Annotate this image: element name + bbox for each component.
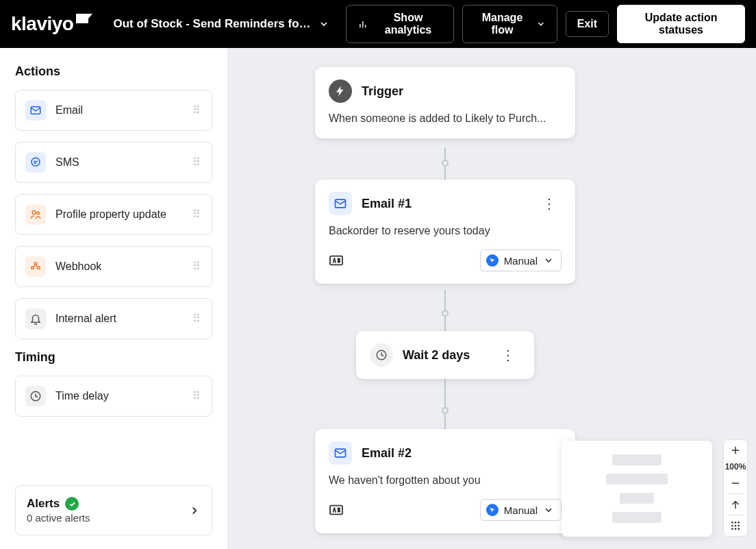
manage-flow-button[interactable]: Manage flow — [462, 5, 557, 43]
svg-point-23 — [735, 522, 737, 524]
mail-icon — [329, 441, 352, 465]
email1-card[interactable]: Email #1 ⋮ Backorder to reserve yours to… — [315, 180, 575, 284]
clock-icon — [370, 343, 393, 367]
action-email-label: Email — [55, 104, 183, 117]
wait-title: Wait 2 days — [403, 348, 486, 363]
action-profile-update[interactable]: Profile property update ⠿ — [15, 194, 212, 235]
status-select[interactable]: Manual — [480, 499, 562, 521]
skeleton-line — [612, 512, 662, 523]
status-select[interactable]: Manual — [480, 249, 562, 271]
svg-point-27 — [738, 525, 740, 527]
klaviyo-logo: klaviyo — [11, 13, 88, 35]
show-analytics-label: Show analytics — [374, 12, 442, 36]
chevron-right-icon — [188, 504, 201, 517]
action-internal-alert[interactable]: Internal alert ⠿ — [15, 298, 212, 339]
chevron-down-icon — [543, 504, 554, 515]
clock-icon — [25, 386, 46, 406]
alerts-subtitle: 0 active alerts — [27, 512, 188, 524]
skeleton-line — [606, 474, 668, 485]
svg-point-29 — [735, 528, 737, 530]
cursor-circle-icon — [486, 254, 499, 267]
wait-card[interactable]: Wait 2 days ⋮ — [356, 331, 534, 379]
drag-handle-icon: ⠿ — [192, 393, 202, 400]
exit-button[interactable]: Exit — [566, 11, 609, 37]
trigger-description: When someone is added to Likely to Purch… — [329, 111, 562, 126]
sms-icon — [25, 152, 46, 173]
flow-name-dropdown[interactable]: Out of Stock - Send Reminders for Out ..… — [113, 17, 329, 31]
sidebar-scroll[interactable]: Actions Email ⠿ SMS ⠿ Profile property u… — [0, 48, 227, 477]
email2-description: We haven't forgotten about you — [329, 473, 562, 488]
svg-point-8 — [37, 212, 40, 215]
svg-point-30 — [738, 528, 740, 530]
svg-point-28 — [731, 528, 733, 530]
bar-chart-icon — [357, 18, 368, 30]
flow-canvas[interactable]: Trigger When someone is added to Likely … — [227, 48, 756, 549]
exit-label: Exit — [577, 18, 597, 30]
ab-test-icon[interactable] — [329, 254, 344, 267]
kebab-menu-icon[interactable]: ⋮ — [496, 344, 520, 366]
flow-add-node[interactable] — [442, 160, 449, 167]
action-sms-label: SMS — [55, 156, 183, 169]
zoom-percent: 100% — [725, 461, 746, 473]
sidebar: Actions Email ⠿ SMS ⠿ Profile property u… — [0, 48, 227, 549]
svg-point-25 — [731, 525, 733, 527]
email2-title: Email #2 — [362, 446, 527, 461]
flow-add-node[interactable] — [442, 310, 449, 317]
drag-handle-icon: ⠿ — [192, 315, 202, 322]
skeleton-line — [612, 454, 662, 465]
email1-description: Backorder to reserve yours today — [329, 223, 562, 239]
zoom-out-button[interactable] — [723, 473, 748, 493]
scroll-to-top-button[interactable] — [723, 494, 748, 515]
chevron-down-icon — [543, 255, 554, 266]
email2-status-label: Manual — [504, 504, 538, 516]
svg-point-9 — [32, 267, 34, 269]
logo-flag-icon — [76, 14, 88, 23]
action-email[interactable]: Email ⠿ — [15, 90, 212, 131]
action-webhook-label: Webhook — [55, 260, 183, 273]
actions-section-title: Actions — [15, 64, 212, 79]
trigger-title: Trigger — [362, 84, 562, 99]
ab-test-icon[interactable] — [329, 504, 344, 516]
update-statuses-label: Update action statuses — [629, 12, 733, 36]
chevron-down-icon — [536, 19, 546, 29]
mail-icon — [25, 100, 46, 121]
email2-card[interactable]: Email #2 ⋮ We haven't forgotten about yo… — [315, 429, 575, 533]
mail-icon — [329, 192, 352, 215]
email1-title: Email #1 — [362, 197, 527, 211]
alerts-title: Alerts — [27, 497, 60, 511]
drag-handle-icon: ⠿ — [192, 263, 202, 270]
cursor-circle-icon — [486, 504, 499, 516]
lightning-icon — [329, 80, 352, 103]
skeleton-line — [620, 493, 654, 504]
manage-flow-label: Manage flow — [474, 12, 531, 36]
minimap-skeleton — [562, 441, 712, 537]
timing-section-title: Timing — [15, 350, 212, 365]
svg-point-24 — [738, 522, 740, 524]
zoom-in-button[interactable] — [723, 440, 748, 461]
check-circle-icon — [65, 497, 79, 511]
chevron-down-icon — [318, 19, 329, 29]
svg-rect-14 — [330, 256, 342, 265]
header-bar: klaviyo Out of Stock - Send Reminders fo… — [0, 0, 756, 48]
webhook-icon — [25, 256, 46, 277]
drag-handle-icon: ⠿ — [192, 211, 202, 218]
flow-name-label: Out of Stock - Send Reminders for Out ..… — [113, 17, 312, 31]
svg-rect-17 — [330, 506, 342, 515]
timing-time-delay[interactable]: Time delay ⠿ — [15, 376, 212, 417]
flow-add-node[interactable] — [442, 407, 449, 414]
update-action-statuses-button[interactable]: Update action statuses — [617, 5, 745, 43]
action-profile-label: Profile property update — [55, 208, 183, 221]
svg-point-7 — [32, 210, 36, 214]
action-sms[interactable]: SMS ⠿ — [15, 142, 212, 183]
kebab-menu-icon[interactable]: ⋮ — [537, 193, 562, 215]
timing-delay-label: Time delay — [55, 390, 183, 402]
action-webhook[interactable]: Webhook ⠿ — [15, 246, 212, 287]
zoom-panel: 100% — [723, 439, 748, 537]
alerts-card[interactable]: Alerts 0 active alerts — [15, 485, 212, 535]
trigger-card[interactable]: Trigger When someone is added to Likely … — [315, 67, 575, 138]
show-analytics-button[interactable]: Show analytics — [346, 5, 454, 43]
profile-icon — [25, 204, 46, 225]
svg-point-26 — [735, 525, 737, 527]
minimap-toggle-button[interactable] — [723, 515, 748, 536]
drag-handle-icon: ⠿ — [192, 107, 202, 114]
